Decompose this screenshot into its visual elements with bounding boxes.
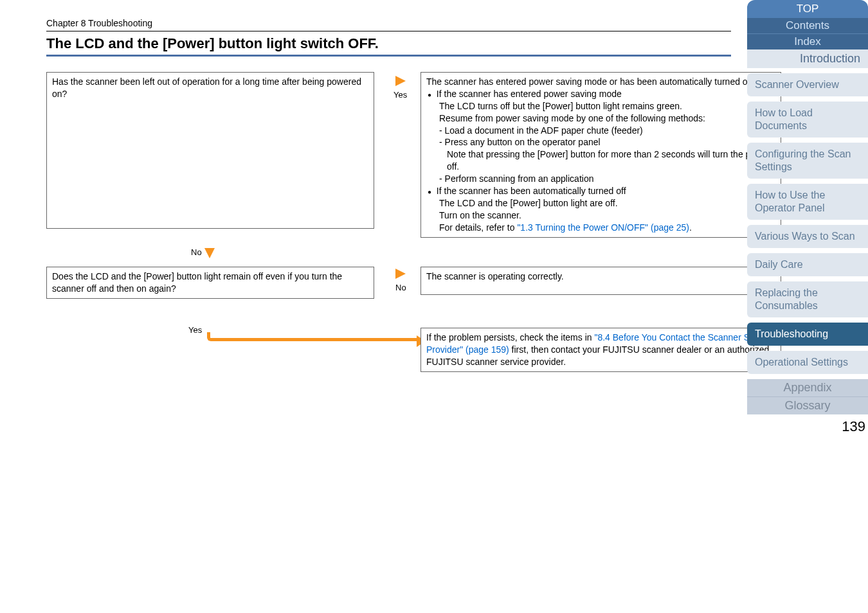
- question-2-text: Does the LCD and the [Power] button ligh…: [52, 271, 342, 294]
- answer-1-bullet1-head: If the scanner has entered power saving …: [437, 89, 622, 99]
- no-label-2: No: [395, 283, 406, 292]
- page-number: 139: [747, 414, 868, 435]
- text: Resume from power saving mode by one of …: [428, 112, 775, 125]
- answer-1-intro: The scanner has entered power saving mod…: [426, 76, 775, 88]
- nav-how-to-load[interactable]: How to Load Documents: [747, 102, 868, 138]
- nav-configuring-scan[interactable]: Configuring the Scan Settings: [747, 143, 868, 179]
- answer-1-bullet2-head: If the scanner has been automatically tu…: [437, 186, 626, 196]
- question-1-text: Has the scanner been left out of operati…: [52, 76, 361, 99]
- yes-label-1: Yes: [393, 90, 407, 100]
- text: Turn on the scanner.: [428, 209, 775, 222]
- text: - Load a document in the ADF paper chute…: [428, 125, 775, 137]
- sidebar-nav: TOP Contents Index Introduction Scanner …: [747, 0, 868, 435]
- nav-scanner-overview[interactable]: Scanner Overview: [747, 73, 868, 96]
- nav-top[interactable]: TOP: [747, 0, 868, 18]
- answer-3-box: If the problem persists, check the items…: [420, 328, 781, 372]
- question-2-box: Does the LCD and the [Power] button ligh…: [46, 267, 374, 299]
- text: .: [689, 222, 692, 233]
- answer-1-box: The scanner has entered power saving mod…: [420, 72, 781, 238]
- nav-replacing-consumables[interactable]: Replacing the Consumables: [747, 281, 868, 317]
- nav-glossary[interactable]: Glossary: [747, 396, 868, 414]
- text: - Perform scanning from an application: [428, 173, 775, 185]
- nav-daily-care[interactable]: Daily Care: [747, 253, 868, 276]
- nav-introduction[interactable]: Introduction: [747, 49, 868, 68]
- arrow-right-icon: [395, 76, 406, 86]
- nav-appendix[interactable]: Appendix: [747, 379, 868, 396]
- nav-index[interactable]: Index: [747, 33, 868, 49]
- text: - Press any button on the operator panel: [428, 136, 775, 148]
- yes-label-2: Yes: [188, 325, 202, 335]
- text: If the problem persists, check the items…: [426, 332, 594, 342]
- nav-various-ways[interactable]: Various Ways to Scan: [747, 225, 868, 248]
- page-title: The LCD and the [Power] button light swi…: [46, 31, 731, 57]
- arrow-right-icon: [395, 269, 406, 279]
- link-power-onoff[interactable]: "1.3 Turning the Power ON/OFF" (page 25): [517, 222, 689, 233]
- text: The LCD and the [Power] button light are…: [428, 197, 775, 209]
- question-1-box: Has the scanner been left out of operati…: [46, 72, 374, 229]
- nav-operational-settings[interactable]: Operational Settings: [747, 351, 868, 374]
- text: Note that pressing the [Power] button fo…: [428, 148, 775, 173]
- elbow-connector: [207, 332, 418, 341]
- chapter-header: Chapter 8 Troubleshooting: [46, 18, 731, 31]
- answer-2-box: The scanner is operating correctly.: [420, 267, 781, 295]
- text: The LCD turns off but the [Power] button…: [428, 100, 775, 112]
- answer-2-text: The scanner is operating correctly.: [426, 271, 564, 281]
- nav-operator-panel[interactable]: How to Use the Operator Panel: [747, 184, 868, 220]
- no-label-1: No: [191, 247, 202, 257]
- nav-contents[interactable]: Contents: [747, 18, 868, 33]
- arrow-down-icon: [204, 248, 215, 258]
- text: For details, refer to: [439, 222, 517, 233]
- nav-troubleshooting[interactable]: Troubleshooting: [747, 323, 868, 346]
